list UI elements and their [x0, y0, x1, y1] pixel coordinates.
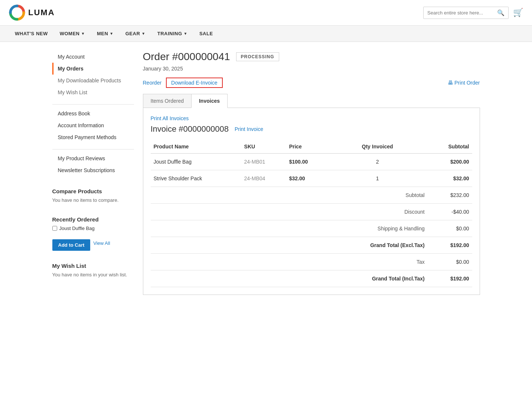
- action-links-left: Reorder Download E-Invoice: [143, 78, 223, 88]
- download-einvoice-link[interactable]: Download E-Invoice: [166, 78, 223, 88]
- header: LUMA 🔍 🛒: [0, 0, 532, 26]
- sidebar: My Account My Orders My Downloadable Pro…: [52, 51, 134, 295]
- action-links: Reorder Download E-Invoice 🖶 Print Order: [143, 78, 480, 88]
- nav-item-sale[interactable]: Sale: [193, 26, 219, 42]
- tabs: Items Ordered Invoices: [143, 94, 480, 108]
- product-name-1: Joust Duffle Bag: [151, 154, 241, 170]
- search-input[interactable]: [427, 10, 497, 16]
- wishlist-note: You have no items in your wish list.: [52, 270, 134, 279]
- subtotal-2: $32.00: [428, 170, 472, 187]
- sku-1: 24-MB01: [241, 154, 286, 170]
- grand-total-excl-value: $192.00: [428, 237, 472, 254]
- empty-cell: [151, 237, 327, 254]
- print-all-invoices-link[interactable]: Print All Invoices: [151, 115, 472, 121]
- print-order-link[interactable]: 🖶 Print Order: [448, 80, 480, 86]
- content-area: Order #000000041 PROCESSING January 30, …: [143, 51, 480, 295]
- invoice-table-header: Product Name SKU Price Qty Invoiced Subt…: [151, 140, 472, 154]
- sidebar-section-account: My Account My Orders My Downloadable Pro…: [52, 51, 134, 98]
- invoice-number: Invoice #0000000008: [151, 124, 229, 134]
- sidebar-wishlist: My Wish List You have no items in your w…: [52, 260, 134, 279]
- empty-cell: [151, 254, 327, 270]
- sidebar-item-my-orders[interactable]: My Orders: [52, 63, 134, 75]
- recently-ordered-checkbox[interactable]: [52, 226, 57, 231]
- invoice-header: Invoice #0000000008 Print Invoice: [151, 124, 472, 134]
- order-number: 000000041: [178, 51, 230, 62]
- tab-invoices[interactable]: Invoices: [191, 94, 228, 108]
- product-name-2: Strive Shoulder Pack: [151, 170, 241, 187]
- totals-spacer: Subtotal $232.00: [151, 187, 472, 204]
- sidebar-item-address-book[interactable]: Address Book: [52, 108, 134, 119]
- nav-item-training[interactable]: Training ▼: [151, 26, 193, 42]
- empty-cell: [151, 204, 327, 220]
- tab-items-ordered[interactable]: Items Ordered: [143, 94, 192, 108]
- print-invoice-link[interactable]: Print Invoice: [235, 126, 263, 132]
- grand-total-incl-label: Grand Total (Incl.Tax): [327, 270, 427, 287]
- chevron-down-icon: ▼: [110, 32, 113, 36]
- price-2: $32.00: [286, 170, 327, 187]
- nav-item-women[interactable]: Women ▼: [54, 26, 91, 42]
- sidebar-item-wishlist[interactable]: My Wish List: [52, 86, 134, 98]
- chevron-down-icon: ▼: [81, 32, 85, 36]
- sku-2: 24-MB04: [241, 170, 286, 187]
- main-container: My Account My Orders My Downloadable Pro…: [43, 42, 489, 304]
- col-product-name: Product Name: [151, 140, 241, 154]
- sidebar-item-my-account[interactable]: My Account: [52, 51, 134, 63]
- invoice-content: Print All Invoices Invoice #0000000008 P…: [143, 108, 480, 295]
- empty-cell: [151, 187, 327, 204]
- add-to-cart-button[interactable]: Add to Cart: [52, 239, 91, 251]
- printer-icon: 🖶: [448, 80, 453, 86]
- chevron-down-icon: ▼: [184, 32, 187, 36]
- recently-ordered-title: Recently Ordered: [52, 213, 134, 224]
- sidebar-item-account-info[interactable]: Account Information: [52, 119, 134, 131]
- sidebar-section-settings: Address Book Account Information Stored …: [52, 108, 134, 143]
- nav-item-whats-new[interactable]: What's New: [9, 26, 54, 42]
- invoice-table-body: Joust Duffle Bag 24-MB01 $100.00 2 $200.…: [151, 154, 472, 287]
- recently-ordered-product: Joust Duffle Bag: [59, 226, 95, 231]
- table-row: Joust Duffle Bag 24-MB01 $100.00 2 $200.…: [151, 154, 472, 170]
- order-header: Order #000000041 PROCESSING: [143, 51, 480, 63]
- discount-label: Discount: [327, 204, 427, 220]
- empty-cell: [151, 220, 327, 237]
- table-header-row: Product Name SKU Price Qty Invoiced Subt…: [151, 140, 472, 154]
- grand-total-incl-row: Grand Total (Incl.Tax) $192.00: [151, 270, 472, 287]
- view-all-link[interactable]: View All: [93, 240, 110, 246]
- search-box[interactable]: 🔍: [423, 7, 509, 19]
- cart-icon[interactable]: 🛒: [513, 8, 523, 17]
- grand-total-excl-row: Grand Total (Excl.Tax) $192.00: [151, 237, 472, 254]
- sidebar-item-downloadable[interactable]: My Downloadable Products: [52, 75, 134, 86]
- order-title: Order #000000041: [143, 51, 230, 63]
- wishlist-title: My Wish List: [52, 260, 134, 270]
- col-sku: SKU: [241, 140, 286, 154]
- logo[interactable]: LUMA: [9, 4, 55, 21]
- sidebar-item-product-reviews[interactable]: My Product Reviews: [52, 152, 134, 164]
- subtotal-label: Subtotal: [327, 187, 427, 204]
- nav-item-men[interactable]: Men ▼: [91, 26, 120, 42]
- sidebar-divider-2: [52, 149, 134, 150]
- search-icon[interactable]: 🔍: [497, 9, 505, 16]
- table-row: Strive Shoulder Pack 24-MB04 $32.00 1 $3…: [151, 170, 472, 187]
- shipping-row: Shipping & Handling $0.00: [151, 220, 472, 237]
- empty-cell: [151, 270, 327, 287]
- tax-label: Tax: [327, 254, 427, 270]
- chevron-down-icon: ▼: [141, 32, 145, 36]
- compare-note: You have no items to compare.: [52, 196, 134, 204]
- header-right: 🔍 🛒: [423, 7, 523, 19]
- compare-title: Compare Products: [52, 185, 134, 196]
- order-status-badge: PROCESSING: [236, 52, 279, 61]
- sidebar-item-stored-payment[interactable]: Stored Payment Methods: [52, 131, 134, 143]
- price-1: $100.00: [286, 154, 327, 170]
- print-order-label: Print Order: [454, 80, 480, 86]
- reorder-link[interactable]: Reorder: [143, 80, 162, 86]
- nav: What's New Women ▼ Men ▼ Gear ▼ Training…: [0, 26, 532, 42]
- grand-total-incl-value: $192.00: [428, 270, 472, 287]
- grand-total-excl-label: Grand Total (Excl.Tax): [327, 237, 427, 254]
- tax-value: $0.00: [428, 254, 472, 270]
- nav-item-gear[interactable]: Gear ▼: [120, 26, 151, 42]
- col-price: Price: [286, 140, 327, 154]
- sidebar-recently-ordered: Recently Ordered Joust Duffle Bag Add to…: [52, 213, 134, 251]
- sidebar-item-newsletter[interactable]: Newsletter Subscriptions: [52, 164, 134, 176]
- sidebar-section-reviews: My Product Reviews Newsletter Subscripti…: [52, 152, 134, 176]
- qty-1: 2: [327, 154, 427, 170]
- discount-row: Discount -$40.00: [151, 204, 472, 220]
- order-title-prefix: Order #: [143, 51, 178, 62]
